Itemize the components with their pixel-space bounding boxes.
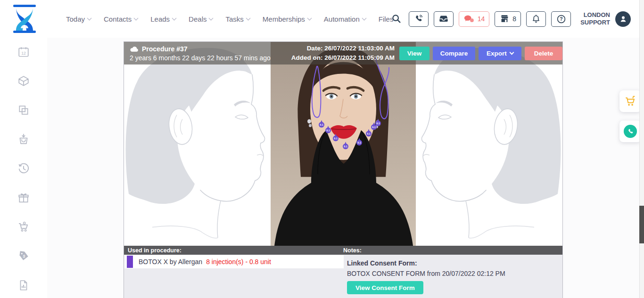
procedure-actions: View Compare Export Delete	[399, 47, 562, 60]
top-bar: Today Contacts Leads Deals Tasks Members…	[0, 0, 644, 38]
cart-icon[interactable]	[17, 221, 30, 233]
injection-marker[interactable]: 0.1	[319, 122, 324, 128]
floating-cart-button[interactable]	[619, 90, 641, 112]
scrollbar-track[interactable]	[639, 0, 644, 298]
notes-column: Linked Consent Form: BOTOX CONSENT FORM …	[347, 259, 559, 294]
copy-icon[interactable]	[17, 104, 30, 116]
injection-marker[interactable]: 0.1	[343, 144, 348, 149]
injection-marker[interactable]: 0.1	[366, 131, 372, 137]
products-cube-icon[interactable]	[17, 75, 30, 87]
nav-label: Automation	[324, 15, 360, 23]
injection-marker[interactable]: 0.1	[325, 128, 331, 133]
view-consent-form-button[interactable]: View Consent Form	[347, 281, 423, 294]
procedure-details: BOTOX X by Allergan 8 injection(s) - 0.8…	[124, 255, 562, 298]
main-nav: Today Contacts Leads Deals Tasks Members…	[66, 0, 393, 38]
chevron-down-icon	[362, 16, 366, 20]
compare-button[interactable]: Compare	[433, 47, 475, 60]
nav-deals[interactable]: Deals	[189, 15, 213, 23]
procedure-info: Procedure #37 2 years 6 months 22 days 2…	[124, 45, 282, 62]
floating-phone-button[interactable]	[619, 121, 641, 142]
face-profile-left-image[interactable]	[124, 42, 271, 246]
notifications-button[interactable]	[526, 11, 546, 27]
procedure-header: Procedure #37 2 years 6 months 22 days 2…	[124, 42, 562, 64]
report-icon[interactable]	[17, 279, 30, 291]
chevron-down-icon	[246, 16, 250, 20]
svg-text:?: ?	[560, 16, 562, 22]
messages-button[interactable]: 14	[459, 11, 490, 27]
bell-icon	[531, 14, 541, 24]
phone-button[interactable]	[409, 11, 429, 27]
view-button[interactable]: View	[399, 47, 429, 60]
procedure-dates: Date: 26/07/2022 11:03:00 AM Added on: 2…	[282, 44, 395, 62]
drawn-annotations	[271, 42, 416, 246]
chevron-down-icon	[172, 16, 177, 20]
product-row[interactable]: BOTOX X by Allergan 8 injection(s) - 0.8…	[124, 255, 344, 268]
help-icon: ?	[556, 14, 566, 24]
procedure-date: Date: 26/07/2022 11:03:00 AM	[282, 44, 395, 53]
injection-markers: 0.10.10.10.10.10.10.10.1	[271, 42, 416, 246]
nav-contacts[interactable]: Contacts	[104, 15, 138, 23]
export-button[interactable]: Export	[479, 47, 521, 60]
chevron-down-icon	[209, 16, 214, 20]
linked-consent-label: Linked Consent Form:	[347, 259, 559, 267]
injection-marker[interactable]: 0.1	[375, 121, 381, 126]
help-button[interactable]: ?	[551, 11, 571, 27]
messages-count: 14	[478, 15, 485, 23]
phone-circle	[624, 125, 637, 138]
user-name: LONDON SUPPORT	[576, 11, 610, 27]
store-icon	[499, 14, 510, 24]
calendar-icon[interactable]: 12	[17, 46, 30, 58]
delete-button[interactable]: Delete	[525, 47, 562, 60]
phone-icon	[414, 14, 423, 24]
injection-marker[interactable]: 0.1	[356, 140, 362, 145]
inbox-button[interactable]	[434, 11, 454, 27]
patient-photo[interactable]: 0.10.10.10.10.10.10.10.1	[271, 42, 416, 246]
notes-header: Notes:	[343, 247, 362, 254]
procedure-card: 0.10.10.10.10.10.10.10.1	[124, 41, 563, 298]
scrollbar-thumb[interactable]	[639, 206, 644, 243]
section-bar: Used in procedure: Notes:	[124, 246, 562, 255]
sidebar: 12 $	[0, 38, 47, 298]
product-name: BOTOX X by Allergan	[139, 258, 202, 266]
store-button[interactable]: 8	[495, 11, 521, 27]
search-icon[interactable]	[391, 14, 402, 24]
consent-form-text: BOTOX CONSENT FORM from 20/07/2022 02:12…	[347, 270, 559, 277]
profile-drawing	[124, 42, 271, 246]
store-count: 8	[512, 15, 516, 23]
history-icon[interactable]	[17, 162, 30, 175]
bag-download-icon[interactable]	[17, 133, 30, 145]
export-label: Export	[487, 50, 507, 57]
inbox-icon	[438, 14, 449, 24]
profile-drawing	[416, 42, 562, 246]
face-profile-right-image[interactable]	[416, 42, 562, 246]
gift-icon[interactable]	[17, 192, 30, 204]
product-color-swatch	[127, 256, 133, 268]
nav-label: Contacts	[104, 15, 132, 23]
price-tag-icon[interactable]: $	[17, 250, 30, 262]
user-avatar[interactable]	[615, 11, 631, 27]
used-in-procedure-header: Used in procedure:	[124, 247, 343, 254]
product-detail: 8 injection(s) - 0.8 unit	[206, 258, 271, 266]
nav-label: Tasks	[225, 15, 243, 23]
user-icon	[619, 14, 628, 24]
chevron-down-icon	[509, 50, 514, 55]
app-logo-icon[interactable]	[11, 4, 38, 34]
nav-automation[interactable]: Automation	[324, 15, 366, 23]
nav-today[interactable]: Today	[66, 15, 91, 23]
injection-marker[interactable]: 0.1	[333, 136, 339, 141]
chevron-down-icon	[134, 16, 139, 20]
nav-label: Leads	[150, 15, 170, 23]
chevron-down-icon	[87, 16, 92, 20]
procedure-images: 0.10.10.10.10.10.10.10.1	[124, 42, 562, 246]
chat-icon	[463, 14, 475, 24]
cloud-icon	[130, 46, 138, 52]
nav-label: Today	[66, 15, 85, 23]
nav-memberships[interactable]: Memberships	[263, 15, 311, 23]
chevron-down-icon	[307, 16, 312, 20]
phone-icon	[627, 128, 634, 135]
top-actions: 14 8 ? LONDON SUPPORT	[391, 0, 631, 38]
nav-label: Memberships	[263, 15, 305, 23]
nav-tasks[interactable]: Tasks	[225, 15, 249, 23]
nav-leads[interactable]: Leads	[150, 15, 176, 23]
procedure-title: Procedure #37	[142, 45, 188, 53]
